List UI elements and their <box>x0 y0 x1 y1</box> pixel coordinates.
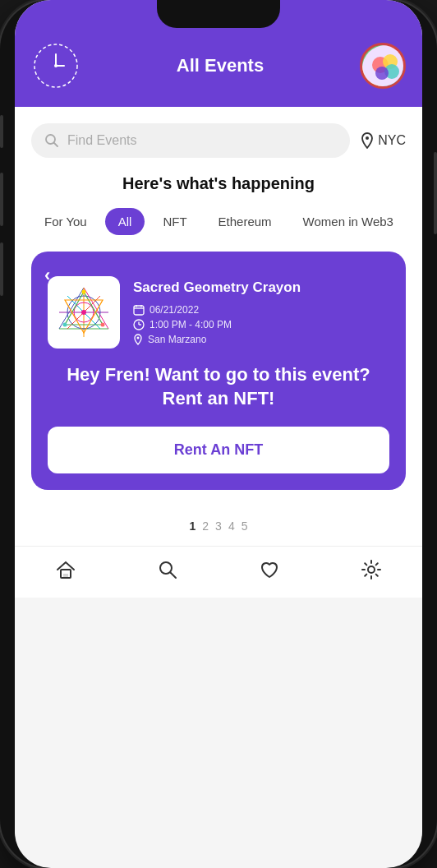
event-location: San Marzano <box>133 334 389 345</box>
svg-point-35 <box>137 337 140 339</box>
tab-for-you[interactable]: For You <box>31 208 100 235</box>
svg-point-11 <box>366 136 369 140</box>
page-title: All Events <box>80 55 360 76</box>
search-nav-icon <box>156 558 179 581</box>
search-row: Find Events NYC <box>31 123 406 158</box>
tab-nft[interactable]: NFT <box>150 208 200 235</box>
calendar-icon <box>133 304 145 316</box>
home-icon <box>54 558 77 581</box>
event-details: Sacred Geometry Crayon 06/21/2022 <box>133 279 389 345</box>
svg-point-26 <box>101 323 105 327</box>
svg-point-27 <box>63 323 67 327</box>
tab-all[interactable]: All <box>105 208 145 235</box>
event-name: Sacred Geometry Crayon <box>133 279 389 296</box>
svg-point-8 <box>375 67 389 80</box>
event-thumbnail <box>48 276 120 349</box>
event-art <box>51 279 117 345</box>
svg-line-39 <box>171 573 177 579</box>
page-4[interactable]: 4 <box>228 519 235 533</box>
svg-point-40 <box>368 566 375 573</box>
cta-text: Hey Fren! Want to go to this event? Rent… <box>48 363 389 410</box>
svg-line-10 <box>54 143 58 147</box>
location-display[interactable]: NYC <box>360 132 406 149</box>
nav-settings[interactable] <box>360 558 383 581</box>
rent-nft-button[interactable]: Rent An NFT <box>48 427 389 473</box>
location-label: NYC <box>378 133 406 148</box>
page-2[interactable]: 2 <box>202 519 209 533</box>
avatar[interactable] <box>360 43 406 89</box>
pagination: 1 2 3 4 5 <box>31 506 406 546</box>
back-button[interactable]: ‹ <box>44 265 50 286</box>
tab-women-web3[interactable]: Women in Web3 <box>290 208 406 235</box>
event-info-row: Sacred Geometry Crayon 06/21/2022 <box>48 268 389 349</box>
clock-icon <box>31 41 80 90</box>
event-time: 1:00 PM - 4:00 PM <box>133 319 389 330</box>
settings-icon <box>360 558 383 581</box>
bottom-nav <box>15 546 422 598</box>
event-meta: 06/21/2022 1:00 PM - 4:00 PM <box>133 304 389 345</box>
search-placeholder: Find Events <box>67 133 136 148</box>
page-5[interactable]: 5 <box>242 519 248 533</box>
nav-favorites[interactable] <box>258 558 281 581</box>
page-1[interactable]: 1 <box>190 519 196 533</box>
svg-point-3 <box>54 64 58 67</box>
event-date: 06/21/2022 <box>133 304 389 316</box>
location-icon <box>360 132 375 149</box>
clock-small-icon <box>133 319 145 330</box>
svg-rect-37 <box>63 574 68 578</box>
filter-tabs: For You All NFT Ethereum Women in Web3 <box>31 208 406 235</box>
nav-search[interactable] <box>156 558 179 581</box>
page-3[interactable]: 3 <box>215 519 222 533</box>
svg-point-25 <box>82 290 86 294</box>
event-card: ‹ <box>31 252 406 490</box>
pin-icon <box>133 334 143 345</box>
search-bar[interactable]: Find Events <box>31 123 350 158</box>
search-icon <box>44 133 59 148</box>
svg-point-24 <box>81 310 86 315</box>
tab-ethereum[interactable]: Ethereum <box>205 208 285 235</box>
nav-home[interactable] <box>54 558 77 581</box>
svg-rect-28 <box>134 306 144 315</box>
section-title: Here's what's happening <box>31 174 406 193</box>
heart-icon <box>258 558 281 581</box>
